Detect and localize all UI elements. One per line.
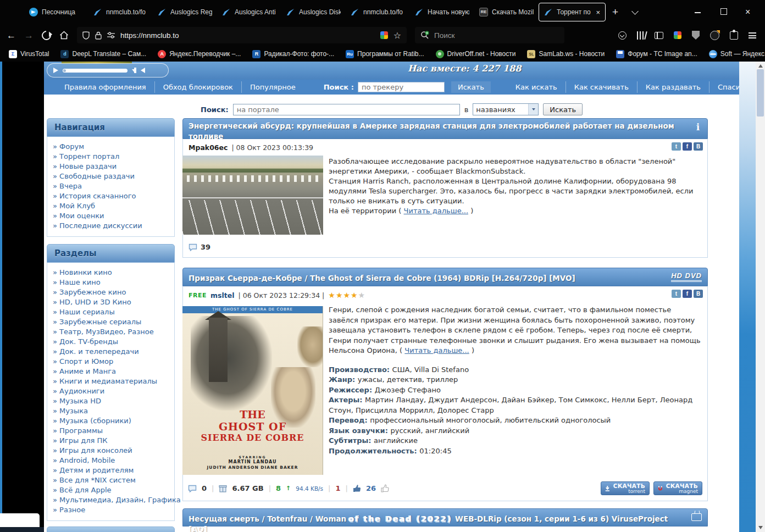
bookmark-ratiborus[interactable]: Ru Программы от Ratib... bbox=[346, 50, 424, 58]
reload-button[interactable] bbox=[40, 29, 53, 42]
tab-list-chevron-icon[interactable] bbox=[631, 8, 639, 15]
sidebar-section-link[interactable]: Музыка bbox=[47, 406, 174, 416]
portal-search-scope-select[interactable]: названиях bbox=[473, 103, 539, 115]
article1-comments[interactable]: 39 bbox=[189, 243, 210, 251]
sidebar-section-link[interactable]: Новинки кино bbox=[47, 268, 174, 278]
sidebar-section-link[interactable]: Всё для Apple bbox=[47, 485, 174, 495]
tab-nnmclub-1[interactable]: nnmclub.to/fo bbox=[88, 3, 153, 21]
sidebar-toggle-icon[interactable] bbox=[655, 32, 663, 39]
sidebar-section-link[interactable]: HD, UHD и 3D Кино bbox=[47, 297, 174, 307]
extension-icon[interactable] bbox=[674, 31, 681, 39]
sidebar-section-link[interactable]: Все для *NIX систем bbox=[47, 475, 174, 485]
library-icon[interactable] bbox=[637, 31, 644, 40]
sidebar-section-link[interactable]: Программы bbox=[47, 426, 174, 436]
facebook-share-icon[interactable]: f bbox=[683, 290, 692, 298]
sidebar-nav-link[interactable]: Новые раздачи bbox=[47, 162, 174, 171]
read-more-link[interactable]: Читать дальше... bbox=[404, 207, 468, 215]
back-button[interactable]: ← bbox=[7, 31, 16, 40]
lock-icon[interactable] bbox=[95, 31, 102, 40]
vk-share-icon[interactable]: B bbox=[694, 290, 703, 298]
sidebar-section-link[interactable]: Зарубежные сериалы bbox=[47, 317, 174, 327]
article1-author[interactable]: Mpak06ec bbox=[189, 143, 228, 152]
sidebar-section-link[interactable]: Мультимедиа, Дизайн, Графика bbox=[47, 495, 174, 505]
tab-auslogics-anti[interactable]: Auslogics Anti bbox=[217, 3, 281, 21]
tab-new-topic[interactable]: Начать новую bbox=[410, 3, 474, 21]
sidebar-section-link[interactable]: Наше кино bbox=[47, 278, 174, 287]
audio-player[interactable] bbox=[47, 63, 169, 77]
thumbs-up-icon[interactable] bbox=[353, 484, 361, 492]
home-button[interactable] bbox=[59, 31, 69, 40]
sidebar-nav-link[interactable]: Форум bbox=[47, 142, 174, 152]
topnav-link[interactable]: Обход блокировок bbox=[154, 81, 241, 93]
pocket-icon[interactable] bbox=[618, 31, 627, 40]
scroll-down-arrow[interactable] bbox=[758, 526, 763, 529]
window-minimize-button[interactable] bbox=[695, 8, 701, 15]
forward-button[interactable]: → bbox=[24, 31, 34, 40]
sidebar-section-link[interactable]: Детям и родителям bbox=[47, 465, 174, 475]
tab-auslogics-reg[interactable]: Auslogics Reg bbox=[153, 3, 217, 21]
bookmark-tc-forum[interactable]: Форум - TC Image an... bbox=[616, 50, 697, 58]
article2-author[interactable]: msltel bbox=[210, 291, 235, 300]
window-close-button[interactable]: × bbox=[745, 8, 750, 16]
topnav-link[interactable]: Популярное bbox=[241, 81, 304, 93]
tab-download-mozilla[interactable]: RE Скачать Mozil bbox=[474, 3, 539, 21]
topnav-link[interactable]: Как раздавать bbox=[637, 81, 709, 93]
article1-photo[interactable] bbox=[182, 156, 323, 235]
thumbs-down-icon[interactable] bbox=[381, 484, 389, 492]
sidebar-section-link[interactable]: Зарубежное кино bbox=[47, 287, 174, 297]
bookmark-yandex-translate[interactable]: A Яндекс.Переводчик –... bbox=[158, 50, 241, 58]
tracker-search-input[interactable] bbox=[358, 82, 445, 92]
menu-hamburger-icon[interactable] bbox=[749, 32, 756, 38]
sidebar-section-link[interactable]: Док. и телепередачи bbox=[47, 347, 174, 357]
url-text[interactable]: https://nnmclub.to bbox=[120, 31, 375, 40]
extensions-puzzle-icon[interactable] bbox=[730, 31, 738, 40]
tracker-search-button[interactable]: Искать bbox=[451, 81, 491, 93]
tab-sandbox[interactable]: Песочница bbox=[24, 3, 88, 21]
sidebar-nav-link[interactable]: История скачанного bbox=[47, 191, 174, 201]
tab-nnmclub-2[interactable]: nnmclub.to/fo bbox=[346, 3, 410, 21]
article2-title[interactable]: Призрак Сьерра-де-Кобре / The Ghost of S… bbox=[189, 274, 575, 282]
tracking-shield-icon[interactable] bbox=[82, 31, 90, 40]
url-bar[interactable]: https://nnmclub.to ☆ bbox=[77, 27, 407, 43]
sidebar-section-link[interactable]: Аудиокниги bbox=[47, 386, 174, 396]
sidebar-section-link[interactable]: Android, Mobile bbox=[47, 456, 174, 465]
profile-avatar-icon[interactable] bbox=[710, 31, 719, 40]
bookmark-virustotal[interactable]: Σ VirusTotal bbox=[9, 50, 49, 58]
bookmark-yandex-disk[interactable]: Soft — Яндекс.Диск bbox=[709, 50, 765, 58]
download-magnet-button[interactable]: СКАЧАТЬ magnet bbox=[653, 481, 702, 495]
search-bar[interactable]: Поиск bbox=[415, 27, 564, 43]
sidebar-section-link[interactable]: Наши сериалы bbox=[47, 307, 174, 317]
sidebar-nav-link[interactable]: Вчера bbox=[47, 181, 174, 191]
topnav-link[interactable]: Правила оформления bbox=[56, 81, 154, 93]
new-tab-button[interactable]: + bbox=[612, 6, 618, 18]
sidebar-nav-link[interactable]: Торрент портал bbox=[47, 152, 174, 162]
sidebar-section-link[interactable]: Музыка HD bbox=[47, 396, 174, 406]
sidebar-nav-link[interactable]: Мои оценки bbox=[47, 211, 174, 221]
tab-torrent-active[interactable]: Торрент по × bbox=[539, 3, 606, 21]
scrollbar-thumb[interactable] bbox=[757, 69, 764, 117]
tab-auslogics-disk[interactable]: Auslogics Disk bbox=[281, 3, 346, 21]
sidebar-section-link[interactable]: Музыка (сборники) bbox=[47, 416, 174, 426]
topnav-link[interactable]: Спасибо! bbox=[709, 81, 739, 93]
tab-close-icon[interactable]: × bbox=[595, 8, 600, 16]
topnav-link[interactable]: Как искать bbox=[507, 81, 566, 93]
article2-poster[interactable]: THE GHOST OF SIERRA DE COBRE THE GHOST O… bbox=[182, 306, 323, 475]
sidebar-section-link[interactable]: Игры для консолей bbox=[47, 446, 174, 456]
portal-search-button[interactable]: Искать bbox=[543, 103, 583, 115]
portal-search-input[interactable] bbox=[233, 104, 460, 115]
facebook-share-icon[interactable]: f bbox=[683, 142, 692, 151]
bookmark-samlab[interactable]: SL SamLab.ws - Новости bbox=[527, 50, 605, 58]
download-torrent-button[interactable]: СКАЧАТЬ torrent bbox=[601, 481, 650, 495]
volume-icon[interactable] bbox=[141, 68, 145, 73]
scroll-up-arrow[interactable] bbox=[758, 64, 763, 68]
bookmark-star-icon[interactable]: ☆ bbox=[393, 30, 401, 41]
twitter-share-icon[interactable]: t bbox=[672, 290, 681, 298]
vk-share-icon[interactable]: B bbox=[694, 142, 703, 151]
browser-scrollbar[interactable] bbox=[756, 62, 765, 532]
bookmark-deepl[interactable]: d DeepL Translate – Сам... bbox=[60, 50, 146, 58]
window-maximize-button[interactable] bbox=[720, 8, 727, 15]
info-icon[interactable]: i bbox=[696, 122, 700, 132]
sidebar-section-link[interactable]: Игры для ПК bbox=[47, 436, 174, 446]
sidebar-nav-link[interactable]: Мой Клуб bbox=[47, 201, 174, 211]
sidebar-section-link[interactable]: Спорт и Юмор bbox=[47, 357, 174, 367]
